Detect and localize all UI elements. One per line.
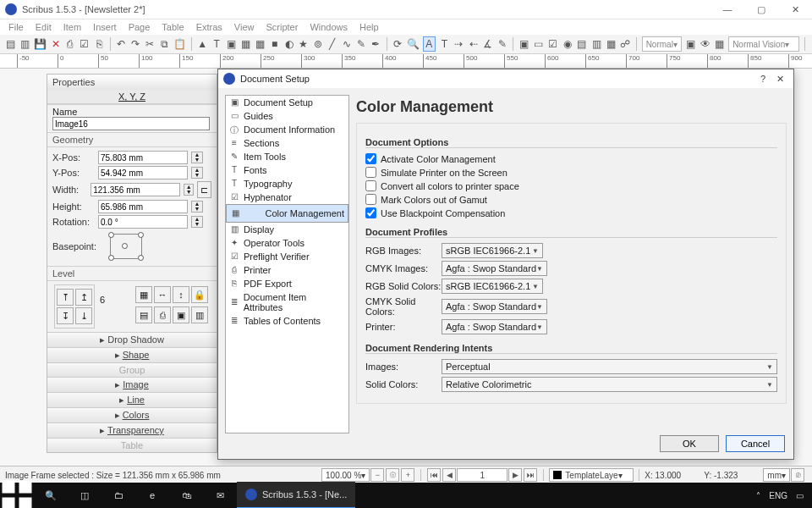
- eyedropper-icon[interactable]: ✎: [497, 37, 508, 51]
- height-spinner[interactable]: ▲▼: [191, 201, 203, 213]
- edit-contents-icon[interactable]: A: [423, 36, 436, 52]
- open-icon[interactable]: ▥: [19, 37, 30, 51]
- pdf-icon[interactable]: ⎘: [93, 37, 104, 51]
- acc-line[interactable]: ▸ Line: [47, 392, 217, 407]
- preview-mode-combo[interactable]: Normal ▾: [642, 36, 682, 52]
- menu-scripter[interactable]: Scripter: [266, 22, 298, 32]
- acc-transparency[interactable]: ▸ Transparency: [47, 422, 217, 438]
- close-button[interactable]: ✕: [778, 0, 812, 19]
- eye-icon[interactable]: 👁: [700, 37, 710, 51]
- tree-item-document-information[interactable]: ⓘDocument Information: [226, 123, 348, 136]
- properties-palette[interactable]: Properties X, Y, Z Name Geometry X-Pos:▲…: [47, 74, 217, 453]
- cancel-button[interactable]: Cancel: [726, 435, 785, 452]
- level-down-icon[interactable]: ↧: [57, 307, 74, 324]
- pdf-field4-icon[interactable]: ▤: [576, 37, 587, 51]
- ypos-spinner[interactable]: ▲▼: [191, 167, 203, 179]
- cut-icon[interactable]: ✂: [145, 37, 156, 51]
- zoom-in-icon[interactable]: +: [401, 468, 414, 482]
- tree-item-typography[interactable]: TTypography: [226, 177, 348, 190]
- rotation-spinner[interactable]: ▲▼: [191, 216, 203, 228]
- basepoint-widget[interactable]: [110, 234, 142, 259]
- link-frames-icon[interactable]: ⇢: [453, 37, 464, 51]
- menu-edit[interactable]: Edit: [36, 22, 52, 32]
- checkbox[interactable]: [365, 180, 376, 191]
- undo-icon[interactable]: ↶: [115, 37, 126, 51]
- store-icon[interactable]: 🛍: [169, 483, 203, 508]
- xpos-input[interactable]: [98, 151, 188, 164]
- pdf-field2-icon[interactable]: ☑: [547, 37, 558, 51]
- tree-item-display[interactable]: ▥Display: [226, 223, 348, 236]
- zoom-reset-icon[interactable]: ⦾: [386, 468, 399, 482]
- tray-notifications-icon[interactable]: ▭: [796, 491, 804, 500]
- pdf-annot-icon[interactable]: ☍: [620, 37, 631, 51]
- menu-page[interactable]: Page: [129, 22, 151, 32]
- line-icon[interactable]: ╱: [326, 37, 337, 51]
- dialog-help-button[interactable]: ?: [754, 74, 771, 84]
- maximize-button[interactable]: ▢: [744, 0, 778, 19]
- xyz-tab[interactable]: X, Y, Z: [47, 90, 217, 104]
- tree-item-document-item-attributes[interactable]: ≣Document Item Attributes: [226, 290, 348, 314]
- tree-item-item-tools[interactable]: ✎Item Tools: [226, 150, 348, 163]
- profile-select[interactable]: sRGB IEC61966-2.1▼: [442, 243, 543, 258]
- zoom-icon[interactable]: 🔍: [407, 37, 420, 51]
- render-icon[interactable]: ▦: [240, 37, 251, 51]
- checkbox[interactable]: [365, 153, 376, 164]
- edge-icon[interactable]: e: [135, 483, 169, 508]
- dialog-close-button[interactable]: ✕: [771, 74, 788, 85]
- acc-shape[interactable]: ▸ Shape: [47, 347, 217, 362]
- ungoup-icon[interactable]: ▤: [135, 306, 152, 323]
- menu-file[interactable]: File: [8, 22, 24, 32]
- toggle2-icon[interactable]: ▦: [714, 37, 725, 51]
- pdf-field6-icon[interactable]: ▦: [606, 37, 617, 51]
- option-mark-colors-out-of-gamut[interactable]: Mark Colors out of Gamut: [365, 194, 777, 205]
- checkbox[interactable]: [365, 194, 376, 205]
- zoom-out-icon[interactable]: −: [370, 468, 384, 482]
- minimize-button[interactable]: —: [710, 0, 744, 19]
- shape-icon[interactable]: ■: [269, 37, 280, 51]
- status-extra-icon[interactable]: ⎚: [791, 468, 804, 482]
- flipv-icon[interactable]: ↕: [173, 286, 189, 303]
- freehand-icon[interactable]: ✎: [356, 37, 367, 51]
- ypos-input[interactable]: [98, 166, 188, 179]
- new-icon[interactable]: ▤: [5, 37, 16, 51]
- tree-item-hyphenator[interactable]: ☑Hyphenator: [226, 190, 348, 204]
- page-field[interactable]: 1: [457, 468, 508, 482]
- acc-colors[interactable]: ▸ Colors: [47, 407, 217, 422]
- tree-item-operator-tools[interactable]: ✦Operator Tools: [226, 236, 348, 250]
- next-page-icon[interactable]: ▶: [508, 468, 522, 482]
- explorer-icon[interactable]: 🗀: [102, 483, 135, 508]
- first-page-icon[interactable]: ⏮: [427, 468, 441, 482]
- profile-select[interactable]: Agfa : Swop Standard▼: [442, 299, 547, 314]
- menu-windows[interactable]: Windows: [310, 22, 348, 32]
- save-icon[interactable]: 💾: [34, 37, 47, 51]
- acc-drop-shadow[interactable]: ▸ Drop Shadow: [47, 332, 217, 347]
- toggle1-icon[interactable]: ▣: [685, 37, 696, 51]
- checkbox[interactable]: [365, 207, 376, 218]
- tree-item-printer[interactable]: ⎙Printer: [226, 263, 348, 277]
- tree-item-tables-of-contents[interactable]: ≣Tables of Contents: [226, 314, 348, 328]
- copy-icon[interactable]: ⧉: [159, 37, 170, 51]
- menu-item[interactable]: Item: [63, 22, 81, 32]
- locksize-icon[interactable]: ▣: [173, 306, 189, 323]
- pdf-field3-icon[interactable]: ◉: [562, 37, 573, 51]
- lock-icon[interactable]: 🔒: [191, 286, 208, 303]
- ok-button[interactable]: OK: [660, 435, 719, 452]
- acc-image[interactable]: ▸ Image: [47, 377, 217, 392]
- height-input[interactable]: [98, 200, 188, 213]
- preflight-icon[interactable]: ☑: [79, 37, 90, 51]
- group-icon[interactable]: ▦: [135, 286, 152, 303]
- select-icon[interactable]: ▲: [197, 37, 208, 51]
- fliph-icon[interactable]: ↔: [154, 286, 171, 303]
- copy-props-icon[interactable]: ▣: [518, 37, 529, 51]
- intent-select[interactable]: Perceptual▼: [442, 359, 777, 374]
- mail-icon[interactable]: ✉: [203, 483, 237, 508]
- zoom-field[interactable]: 100.00 % ▾: [321, 468, 370, 482]
- level-bottom-icon[interactable]: ⤓: [75, 307, 92, 324]
- option-activate-color-management[interactable]: Activate Color Management: [365, 153, 777, 164]
- option-simulate-printer-on-the-screen[interactable]: Simulate Printer on the Screen: [365, 167, 777, 178]
- noprint-icon[interactable]: ⎙: [154, 306, 171, 323]
- layer-combo[interactable]: TemplateLaye ▾: [549, 468, 634, 482]
- search-taskbar-icon[interactable]: 🔍: [34, 483, 68, 508]
- intent-select[interactable]: Relative Colorimetric▼: [442, 377, 777, 392]
- tree-item-guides[interactable]: ▭Guides: [226, 109, 348, 123]
